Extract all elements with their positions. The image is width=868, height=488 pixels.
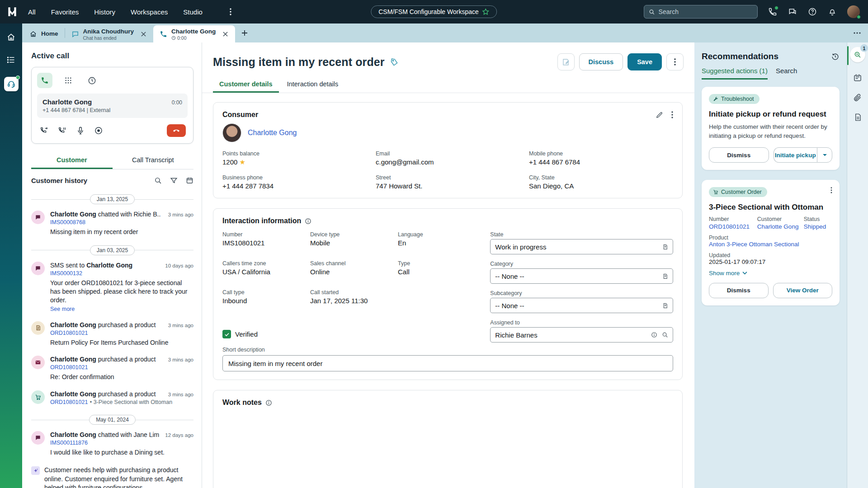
notifications-bell-icon[interactable] [827, 7, 837, 17]
timeline-board-icon[interactable] [853, 73, 862, 82]
show-more-link[interactable]: Show more [709, 270, 832, 277]
order-dismiss-button[interactable]: Dismiss [709, 283, 769, 298]
new-tab-plus-icon[interactable] [238, 26, 251, 40]
record-tabs: Customer details Interaction details [202, 70, 694, 93]
tab-call-charlotte[interactable]: Charlotte Gong 0:00 [153, 25, 235, 42]
nav-item-all[interactable]: All [28, 8, 36, 16]
record-call-icon[interactable] [94, 126, 103, 135]
history-filter-icon[interactable] [170, 177, 178, 184]
tab-call-close-icon[interactable] [222, 30, 229, 38]
short-description-input[interactable] [222, 355, 673, 371]
view-order-button[interactable]: View Order [773, 283, 833, 298]
consumer-kebab-icon[interactable] [671, 111, 673, 118]
history-calendar-icon[interactable] [186, 177, 193, 184]
work-notes-card[interactable]: Work notes [213, 390, 683, 488]
tag-icon[interactable] [390, 58, 399, 66]
nav-overflow-kebab-icon[interactable] [230, 8, 231, 15]
call-phone-button[interactable] [37, 73, 52, 88]
activity-notes-button[interactable] [557, 53, 575, 70]
search-input[interactable] [659, 8, 753, 15]
hold-call-icon[interactable] [58, 126, 67, 135]
tab-customer-details[interactable]: Customer details [213, 77, 279, 93]
category-select[interactable]: -- None -- [490, 268, 673, 284]
global-search[interactable] [644, 5, 758, 19]
record-link[interactable]: ORD10801021 [50, 330, 88, 336]
chat-bubble-icon [71, 30, 79, 38]
order-status-link[interactable]: Shipped [804, 223, 832, 230]
record-link[interactable]: IMS000111876 [50, 440, 88, 446]
record-link[interactable]: ORD10801021 [50, 399, 88, 405]
call-history-clock-button[interactable] [84, 73, 99, 88]
help-icon[interactable] [807, 7, 817, 17]
favorite-star-icon[interactable] [482, 8, 490, 15]
lookup-search-icon[interactable] [662, 332, 668, 338]
tab-home[interactable]: Home [23, 25, 65, 42]
subcategory-select[interactable]: -- None -- [490, 298, 673, 313]
left-rail [0, 23, 22, 488]
interaction-number-link[interactable]: IMS10801021 [222, 239, 305, 247]
verified-checkbox[interactable] [222, 330, 231, 338]
cart-entry-icon [31, 390, 45, 404]
business-phone-link[interactable]: +1 444 287 7834 [222, 182, 367, 190]
tab-chat-close-icon[interactable] [140, 30, 147, 38]
tabstrip-overflow-icon[interactable] [846, 32, 868, 34]
rail-lists-icon[interactable] [6, 54, 17, 65]
history-search-icon[interactable] [154, 177, 162, 184]
rail-home-icon[interactable] [6, 32, 17, 42]
see-more-link[interactable]: See more [50, 306, 193, 312]
tab-call-transcript[interactable]: Call Transcript [113, 152, 194, 169]
customer-history-list[interactable]: Jan 13, 2025 Charlotte Gong chatted with… [22, 189, 202, 488]
details-document-icon[interactable] [854, 113, 862, 122]
attachments-paperclip-icon[interactable] [853, 93, 862, 102]
more-actions-kebab-icon[interactable] [666, 53, 684, 70]
city-state-link[interactable]: San Diego, CA [529, 182, 673, 190]
phone-status-icon[interactable] [768, 7, 778, 17]
record-link[interactable]: IMS0000132 [50, 270, 82, 277]
assigned-to-field[interactable]: Richie Barnes [490, 327, 673, 343]
tab-interaction-details[interactable]: Interaction details [281, 77, 345, 93]
end-call-button[interactable] [167, 124, 186, 137]
order-product-link[interactable]: Anton 3-Piece Ottoman Sectional [709, 241, 832, 248]
state-select[interactable]: Work in progress [490, 239, 673, 254]
nav-item-favorites[interactable]: Favorites [51, 8, 79, 16]
tab-search[interactable]: Search [776, 67, 797, 80]
initiate-pickup-button[interactable]: Initiate pickup [774, 147, 817, 163]
record-link[interactable]: IMS00008768 [50, 219, 85, 225]
timer-clock-icon [171, 36, 176, 40]
nav-item-studio[interactable]: Studio [183, 8, 203, 16]
app-logo-icon[interactable] [6, 6, 18, 18]
order-kebab-icon[interactable] [830, 187, 832, 193]
mobile-phone-link[interactable]: +1 444 867 6784 [529, 158, 673, 166]
mute-mic-icon[interactable] [76, 126, 85, 135]
street-link[interactable]: 747 Howard St. [376, 182, 520, 190]
rail-agent-workspace-icon[interactable] [4, 77, 19, 91]
dialpad-button[interactable] [61, 73, 76, 88]
tab-customer[interactable]: Customer [31, 152, 113, 169]
workspace-pill[interactable]: CSM/FSM Configurable Workspace [371, 5, 497, 18]
email-link[interactable]: c.gong@gmail.com [376, 158, 520, 166]
discuss-button[interactable]: Discuss [579, 53, 623, 70]
edit-pencil-icon[interactable] [656, 111, 663, 119]
main-content: Missing item in my recent order Discuss … [202, 42, 694, 488]
info-icon[interactable] [265, 399, 272, 406]
order-customer-link[interactable]: Charlotte Gong [757, 223, 800, 230]
tab-chat-anika[interactable]: Anika Choudhury Chat has ended [65, 25, 154, 42]
info-icon[interactable] [651, 332, 657, 338]
transfer-call-icon[interactable] [40, 126, 49, 135]
recommendations-history-icon[interactable] [831, 52, 840, 61]
initiate-pickup-caret[interactable] [817, 147, 832, 163]
order-number-link[interactable]: ORD10801021 [709, 223, 754, 230]
nav-item-workspaces[interactable]: Workspaces [131, 8, 168, 16]
user-avatar[interactable] [847, 5, 860, 18]
wrench-icon [713, 96, 718, 102]
tab-suggested-actions[interactable]: Suggested actions (1) [702, 67, 768, 80]
record-link[interactable]: ORD10801021 [50, 364, 88, 371]
troubleshoot-card: Troubleshoot Initiate pickup or refund r… [702, 87, 840, 170]
save-button[interactable]: Save [627, 53, 662, 70]
nav-item-history[interactable]: History [94, 8, 115, 16]
agent-assist-icon[interactable]: 1 [850, 47, 865, 62]
info-icon[interactable] [305, 218, 311, 225]
troubleshoot-dismiss-button[interactable]: Dismiss [709, 147, 769, 163]
conversations-icon[interactable] [788, 7, 797, 17]
consumer-name-link[interactable]: Charlotte Gong [248, 129, 297, 137]
